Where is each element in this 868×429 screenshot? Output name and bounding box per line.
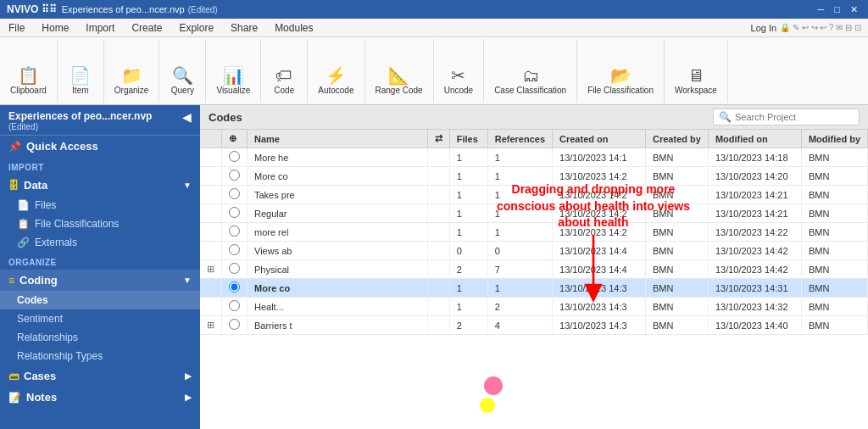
sidebar-notes[interactable]: 📝 Notes ▶ — [0, 387, 200, 408]
row-name: More co — [248, 279, 428, 298]
workspace-button[interactable]: 🖥 Workspace — [670, 63, 722, 99]
caseclassification-button[interactable]: 🗂 Case Classification — [489, 63, 571, 99]
login-area[interactable]: Log In 🔒 ✎ ↩ ↪ ↩ ? ✉ ⊟ ⊡ — [744, 23, 868, 33]
title-bar: NVIVO ⠿⠿ Experiences of peo...ncer.nvp (… — [0, 0, 868, 19]
sidebar-cases[interactable]: 🗃 Cases ▶ — [0, 365, 200, 387]
table-row[interactable]: more rel1113/10/2023 14:2BMN13/10/2023 1… — [200, 223, 868, 242]
sidebar-data[interactable]: 🗄 Data ▼ — [0, 175, 200, 196]
menu-share[interactable]: Share — [222, 20, 266, 36]
sidebar-quick-access[interactable]: 📌 Quick Access — [0, 136, 200, 157]
file-classifications-icon: 📋 — [17, 218, 30, 230]
row-modifiedby: BMN — [801, 223, 867, 242]
sidebar-collapse-button[interactable]: ◀ — [182, 110, 192, 124]
table-row[interactable]: More he1113/10/2023 14:1BMN13/10/2023 14… — [200, 148, 868, 167]
sidebar-item-codes[interactable]: Codes — [0, 291, 200, 309]
menu-bar: File Home Import Create Explore Share Mo… — [0, 19, 868, 37]
visualize-label: Visualize — [216, 86, 250, 95]
coding-expand-arrow: ▼ — [183, 276, 192, 285]
table-row[interactable]: Views ab0013/10/2023 14:4BMN13/10/2023 1… — [200, 242, 868, 260]
workspace-icon: 🖥 — [687, 67, 704, 84]
menu-explore[interactable]: Explore — [170, 20, 222, 36]
col-created-by[interactable]: Created by — [646, 130, 709, 148]
table-row[interactable]: Takes pre1113/10/2023 14:2BMN13/10/2023 … — [200, 186, 868, 204]
sidebar-item-relationships[interactable]: Relationships — [0, 328, 200, 347]
sidebar-item-externals[interactable]: 🔗 Externals — [0, 233, 200, 252]
row-radio[interactable] — [222, 223, 248, 242]
window-controls[interactable]: ─ □ ✕ — [815, 4, 861, 15]
row-radio[interactable] — [222, 167, 248, 186]
row-modifiedon: 13/10/2023 14:22 — [708, 223, 801, 242]
clipboard-button[interactable]: 📋 Clipboard — [5, 63, 52, 99]
visualize-button[interactable]: 📊 Visualize — [211, 63, 255, 99]
row-radio[interactable] — [222, 148, 248, 167]
row-expander[interactable]: ⊞ — [200, 316, 222, 335]
row-radio[interactable] — [222, 242, 248, 260]
login-link[interactable]: Log In — [751, 23, 777, 33]
app-logo: NVIVO ⠿⠿ — [7, 3, 57, 15]
menu-home[interactable]: Home — [33, 20, 77, 36]
sidebar-cases-label: Cases — [24, 370, 56, 382]
menu-file[interactable]: File — [0, 20, 33, 36]
table-row[interactable]: ⊞Physical2713/10/2023 14:4BMN13/10/2023 … — [200, 260, 868, 279]
sidebar: ◀ Experiences of peo...ncer.nvp (Edited)… — [0, 105, 200, 429]
col-name[interactable]: Name — [248, 130, 428, 148]
item-button[interactable]: 📄 Item — [63, 63, 98, 99]
fileclassification-button[interactable]: 📂 File Classification — [582, 63, 659, 99]
rangecode-button[interactable]: 📐 Range Code — [370, 63, 428, 99]
col-created-on[interactable]: Created on — [553, 130, 646, 148]
row-expander[interactable]: ⊞ — [200, 260, 222, 279]
row-radio[interactable] — [222, 186, 248, 204]
search-input[interactable] — [735, 112, 854, 122]
codes-label: Codes — [17, 294, 48, 306]
item-icon: 📄 — [70, 67, 91, 84]
organize-button[interactable]: 📁 Organize — [109, 63, 154, 99]
quick-access-label: Quick Access — [26, 140, 98, 153]
sidebar-coding[interactable]: ≡ Coding ▼ — [0, 270, 200, 291]
code-icon: 🏷 — [275, 67, 292, 84]
close-button[interactable]: ✕ — [847, 4, 861, 15]
table-row[interactable]: ⊞Barriers t2413/10/2023 14:3BMN13/10/202… — [200, 316, 868, 335]
col-references[interactable]: References — [487, 130, 552, 148]
table-row[interactable]: Regular1113/10/2023 14:2BMN13/10/2023 14… — [200, 204, 868, 223]
search-box[interactable]: 🔍 — [713, 109, 860, 125]
query-button[interactable]: 🔍 Query — [164, 63, 200, 99]
table-row[interactable]: More co1113/10/2023 14:3BMN13/10/2023 14… — [200, 279, 868, 298]
row-radio[interactable] — [222, 204, 248, 223]
row-files: 1 — [449, 186, 487, 204]
table-row[interactable]: Healt...1213/10/2023 14:3BMN13/10/2023 1… — [200, 298, 868, 316]
code-button[interactable]: 🏷 Code — [266, 63, 302, 99]
row-modifiedon: 13/10/2023 14:31 — [708, 279, 801, 298]
col-modified-by[interactable]: Modified by — [801, 130, 867, 148]
sidebar-item-files[interactable]: 📄 Files — [0, 196, 200, 214]
maximize-button[interactable]: □ — [831, 4, 843, 15]
row-files: 1 — [449, 148, 487, 167]
row-name: Barriers t — [248, 316, 428, 335]
row-radio[interactable] — [222, 279, 248, 298]
rangecode-icon: 📐 — [388, 67, 409, 84]
menu-modules[interactable]: Modules — [266, 20, 321, 36]
row-link — [427, 242, 449, 260]
row-radio[interactable] — [222, 298, 248, 316]
uncode-button[interactable]: ✂ Uncode — [439, 63, 478, 99]
table-header-row: ⊕ Name ⇄ Files References Created on Cre… — [200, 130, 868, 148]
sidebar-item-file-classifications[interactable]: 📋 File Classifications — [0, 214, 200, 233]
search-icon: 🔍 — [719, 111, 732, 123]
sidebar-item-relationship-types[interactable]: Relationship Types — [0, 347, 200, 365]
menu-import[interactable]: Import — [77, 20, 123, 36]
menu-create[interactable]: Create — [123, 20, 170, 36]
file-classifications-label: File Classifications — [35, 218, 119, 230]
sidebar-item-sentiment[interactable]: Sentiment — [0, 309, 200, 328]
table-container[interactable]: ⊕ Name ⇄ Files References Created on Cre… — [200, 130, 868, 429]
row-radio[interactable] — [222, 316, 248, 335]
row-files: 1 — [449, 279, 487, 298]
row-createdby: BMN — [646, 316, 709, 335]
table-title: Codes — [209, 111, 242, 124]
caseclassification-label: Case Classification — [494, 86, 566, 95]
autocode-button[interactable]: ⚡ Autocode — [313, 63, 359, 99]
table-row[interactable]: More co1113/10/2023 14:2BMN13/10/2023 14… — [200, 167, 868, 186]
minimize-button[interactable]: ─ — [815, 4, 828, 15]
row-modifiedon: 13/10/2023 14:21 — [708, 204, 801, 223]
col-modified-on[interactable]: Modified on — [708, 130, 801, 148]
col-files[interactable]: Files — [449, 130, 487, 148]
row-radio[interactable] — [222, 260, 248, 279]
